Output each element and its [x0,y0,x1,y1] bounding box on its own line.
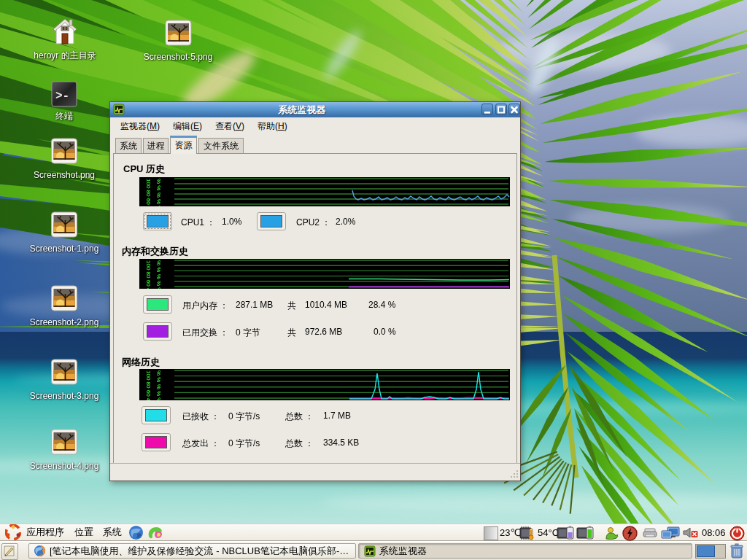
svg-text:% % % % %: % % % % % [155,260,162,289]
svg-text:% % % % %: % % % % % [155,179,162,206]
svg-text:100 80 60 40 20: 100 80 60 40 20 [145,260,152,289]
svg-text:100 80 60 40 20: 100 80 60 40 20 [145,370,152,400]
svg-text:% % % % %: % % % % % [155,370,162,400]
svg-text:>-: >- [55,90,69,103]
svg-text:100 80 60 40 20: 100 80 60 40 20 [145,179,152,206]
